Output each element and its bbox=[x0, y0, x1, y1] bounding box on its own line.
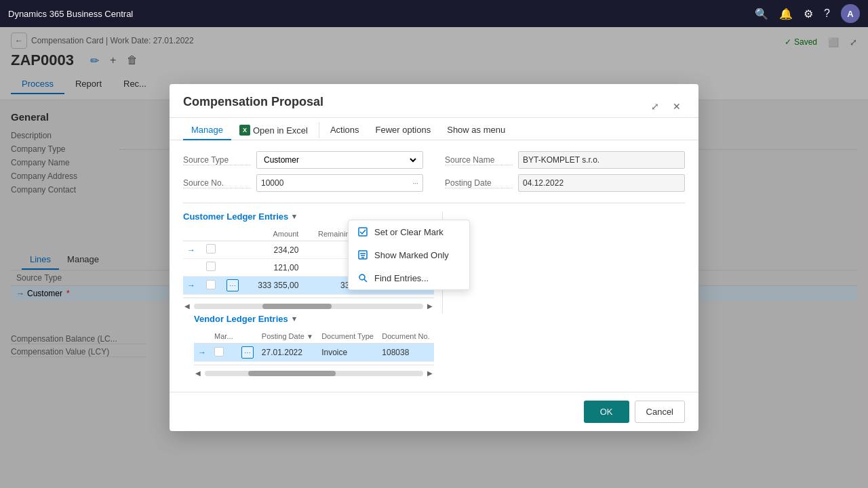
cell-arrow bbox=[183, 259, 202, 277]
scroll-thumb bbox=[248, 371, 336, 376]
vend-col-mark: Mar... bbox=[210, 329, 237, 344]
ribbon-tab-show-as-menu[interactable]: Show as menu bbox=[439, 121, 513, 140]
source-type-field[interactable]: Customer Vendor bbox=[256, 151, 423, 169]
context-menu-find-entries[interactable]: Find Entries... bbox=[349, 266, 469, 289]
scroll-left[interactable]: ◀ bbox=[183, 301, 191, 311]
scroll-track[interactable] bbox=[194, 304, 423, 309]
dialog-title: Compensation Proposal bbox=[183, 95, 323, 117]
cell-arrow: → bbox=[183, 241, 202, 259]
filter-icon: ▼ bbox=[307, 333, 313, 340]
compensation-proposal-dialog: Compensation Proposal ⤢ ✕ Manage X Open … bbox=[170, 84, 698, 431]
app-title: Dynamics 365 Business Central bbox=[8, 9, 747, 19]
mark-icon bbox=[357, 226, 369, 238]
vend-col-arrow bbox=[194, 329, 210, 344]
cell-dots[interactable]: ⋯ bbox=[222, 277, 246, 295]
vendor-ledger-header[interactable]: Vendor Ledger Entries ▾ bbox=[194, 314, 434, 324]
cust-col-check bbox=[202, 227, 222, 241]
customer-scroll: ◀ ▶ bbox=[183, 298, 434, 314]
modal-overlay: Compensation Proposal ⤢ ✕ Manage X Open … bbox=[0, 27, 868, 488]
source-name-row: Source Name BYT-KOMPLET s.r.o. bbox=[445, 151, 685, 169]
source-name-field: BYT-KOMPLET s.r.o. bbox=[518, 151, 685, 169]
vend-col-doc-type: Document Type bbox=[317, 329, 378, 344]
cust-col-dots bbox=[222, 227, 246, 241]
source-type-select[interactable]: Customer Vendor bbox=[261, 155, 418, 165]
settings-icon[interactable]: ⚙ bbox=[804, 7, 813, 20]
dialog-footer: OK Cancel bbox=[170, 392, 698, 431]
vendor-ledger-arrow: ▾ bbox=[292, 314, 296, 323]
table-row[interactable]: → ⋯ 27.01.2022 Invoice 108038 bbox=[194, 344, 434, 362]
cell-doc-type: Invoice bbox=[317, 344, 378, 362]
top-bar: Dynamics 365 Business Central 🔍 🔔 ⚙ ? A bbox=[0, 0, 868, 27]
filter-icon bbox=[357, 249, 369, 261]
dialog-ribbon: Manage X Open in Excel Actions Fewer opt… bbox=[170, 118, 698, 140]
svg-rect-0 bbox=[359, 228, 367, 236]
vend-col-dots bbox=[237, 329, 258, 344]
dialog-controls: ⤢ ✕ bbox=[647, 98, 685, 115]
find-icon bbox=[357, 272, 369, 284]
ok-button[interactable]: OK bbox=[584, 401, 629, 423]
cell-amount: 333 355,00 bbox=[246, 277, 303, 295]
cell-mark bbox=[210, 344, 237, 362]
source-no-field[interactable]: 10000 ··· bbox=[256, 174, 423, 192]
ribbon-separator bbox=[319, 122, 319, 138]
open-in-excel-button[interactable]: X Open in Excel bbox=[231, 121, 316, 139]
fields-grid: Source Type Customer Vendor Source Name … bbox=[183, 151, 685, 192]
scroll-track[interactable] bbox=[205, 371, 423, 376]
cell-amount: 234,20 bbox=[246, 241, 303, 259]
cell-dots bbox=[222, 259, 246, 277]
search-icon[interactable]: 🔍 bbox=[755, 7, 768, 20]
cell-amount: 121,00 bbox=[246, 259, 303, 277]
help-icon[interactable]: ? bbox=[824, 7, 830, 20]
vend-col-doc-no: Document No. bbox=[378, 329, 434, 344]
cell-doc-no: 108038 bbox=[378, 344, 434, 362]
source-type-row: Source Type Customer Vendor bbox=[183, 151, 423, 169]
posting-date-field: 04.12.2022 bbox=[518, 174, 685, 192]
ribbon-tab-fewer-options[interactable]: Fewer options bbox=[368, 121, 439, 140]
context-menu-set-clear-mark[interactable]: Set or Clear Mark bbox=[349, 220, 469, 243]
dialog-header: Compensation Proposal ⤢ ✕ bbox=[170, 84, 698, 118]
cust-col-amount: Amount bbox=[246, 227, 303, 241]
scroll-left[interactable]: ◀ bbox=[194, 368, 202, 378]
svg-line-6 bbox=[364, 279, 367, 282]
posting-date-row: Posting Date 04.12.2022 bbox=[445, 174, 685, 192]
vendor-ledger-section: Vendor Ledger Entries ▾ Mar... Posting D… bbox=[183, 314, 434, 381]
vendor-ledger-table: Mar... Posting Date ▼ Document Type Docu… bbox=[194, 329, 434, 362]
vendor-scroll: ◀ ▶ bbox=[194, 365, 434, 381]
notification-icon[interactable]: 🔔 bbox=[779, 7, 793, 20]
avatar[interactable]: A bbox=[841, 4, 860, 23]
context-menu: Set or Clear Mark Show Marked Only bbox=[348, 220, 470, 290]
source-no-lookup[interactable]: ··· bbox=[413, 180, 418, 187]
ribbon-tab-actions[interactable]: Actions bbox=[322, 121, 368, 140]
cell-check bbox=[202, 259, 222, 277]
scroll-right[interactable]: ▶ bbox=[426, 301, 434, 311]
cell-arrow: → bbox=[183, 277, 202, 295]
cell-arrow: → bbox=[194, 344, 210, 362]
svg-point-5 bbox=[359, 274, 365, 280]
cell-check bbox=[202, 241, 222, 259]
customer-ledger-arrow: ▾ bbox=[292, 212, 296, 221]
vend-col-posting: Posting Date ▼ bbox=[258, 329, 317, 344]
cell-dots[interactable]: ⋯ bbox=[237, 344, 258, 362]
cell-dots bbox=[222, 241, 246, 259]
dialog-minimize-button[interactable]: ⤢ bbox=[647, 98, 663, 115]
scroll-right[interactable]: ▶ bbox=[426, 368, 434, 378]
ribbon-tab-manage[interactable]: Manage bbox=[183, 121, 231, 140]
section-divider bbox=[183, 203, 685, 203]
excel-icon: X bbox=[239, 125, 250, 136]
cancel-button[interactable]: Cancel bbox=[635, 401, 685, 423]
cell-posting-date: 27.01.2022 bbox=[258, 344, 317, 362]
cell-check bbox=[202, 277, 222, 295]
cust-col-arrow bbox=[183, 227, 202, 241]
source-no-row: Source No. 10000 ··· bbox=[183, 174, 423, 192]
scroll-thumb bbox=[262, 304, 331, 309]
dialog-close-button[interactable]: ✕ bbox=[669, 98, 685, 115]
top-bar-icons: 🔍 🔔 ⚙ ? A bbox=[755, 4, 860, 23]
context-menu-show-marked-only[interactable]: Show Marked Only bbox=[349, 243, 469, 266]
